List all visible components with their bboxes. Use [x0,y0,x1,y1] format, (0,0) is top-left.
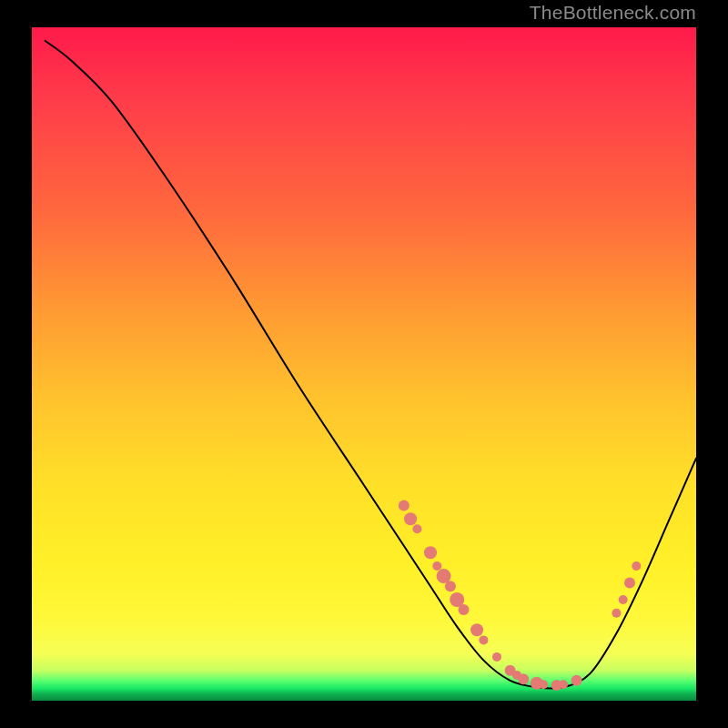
chart-svg [32,27,696,701]
marker-dot [404,512,417,525]
marker-dot [571,675,582,686]
bottleneck-curve [46,41,696,689]
plot-area [32,27,696,701]
chart-stage: TheBottleneck.com [0,0,728,728]
marker-dot [518,673,529,684]
marker-dot [445,581,456,592]
marker-dot [492,652,501,662]
marker-dot [399,500,410,511]
marker-dot [479,635,488,644]
marker-dot [559,680,568,689]
marker-group [399,500,642,691]
marker-dot [459,604,470,615]
marker-dot [612,609,621,618]
marker-dot [470,623,483,636]
marker-dot [539,680,548,689]
marker-dot [412,524,421,533]
marker-dot [632,561,641,571]
marker-dot [624,578,635,589]
watermark-text: TheBottleneck.com [530,2,696,24]
marker-dot [619,595,628,604]
marker-dot [432,561,441,571]
marker-dot [424,546,437,559]
